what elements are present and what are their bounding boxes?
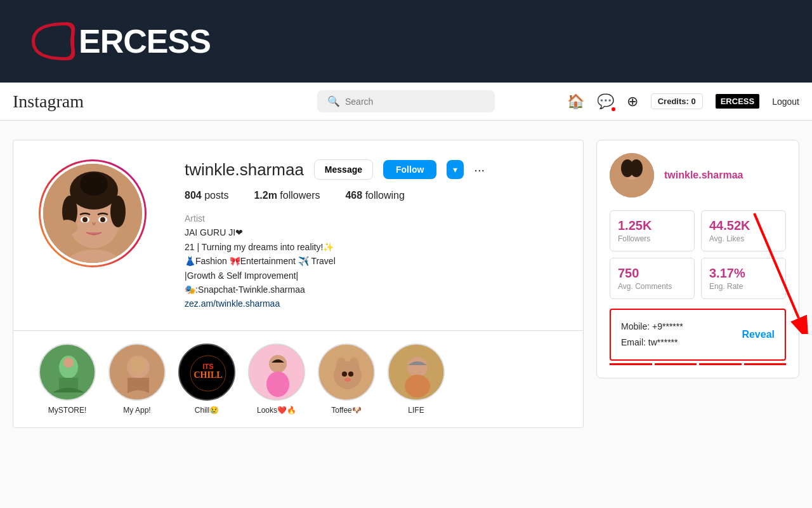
highlight-label-looks: Looks❤️🔥 (257, 406, 296, 415)
highlight-thumb-chill: CHILL ITS (178, 344, 235, 401)
brand-logo-icon (25, 16, 76, 67)
highlight-label-toffee: Toffee🐶 (331, 406, 361, 415)
svg-point-36 (407, 357, 428, 377)
analytics-avatar-svg (610, 153, 654, 197)
svg-point-12 (57, 220, 77, 235)
dash-3 (699, 363, 742, 365)
stat-followers: 1.25K Followers (610, 210, 695, 251)
avatar-svg (43, 164, 145, 265)
notification-dot (612, 107, 615, 111)
svg-point-7 (110, 196, 126, 227)
svg-point-31 (349, 358, 359, 373)
analytics-avatar (610, 153, 654, 197)
highlight-label-mystore: MySTORE! (48, 406, 86, 415)
followers-stat: 1.2m followers (254, 190, 320, 201)
dashed-border-bottom (610, 363, 786, 365)
email-value: tw****** (648, 337, 678, 347)
mobile-label: Mobile: (621, 321, 650, 331)
avg-likes-value: 44.52K (709, 218, 778, 233)
more-options-button[interactable]: ··· (474, 163, 485, 177)
profile-avatar-ring (39, 159, 147, 267)
nav-icons: 🏠 💬 ⊕ Credits: 0 ERCESS Logout (567, 93, 799, 110)
svg-point-20 (131, 356, 146, 374)
svg-point-27 (266, 371, 289, 397)
contact-reveal-box: Mobile: +9****** Email: tw****** Reveal (610, 309, 786, 361)
dash-4 (744, 363, 787, 365)
reveal-button[interactable]: Reveal (742, 329, 775, 340)
svg-point-16 (63, 358, 74, 368)
bio-line4: |Growth & Self Improvement| (185, 269, 558, 283)
highlight-thumb-myapp (108, 344, 166, 401)
svg-point-32 (342, 371, 347, 377)
search-icon: 🔍 (327, 95, 340, 107)
message-button[interactable]: Message (314, 159, 373, 180)
main-content: twinkle.sharmaa Message Follow ▾ ··· 804… (0, 121, 812, 447)
highlight-toffee[interactable]: Toffee🐶 (318, 344, 375, 415)
highlight-chill[interactable]: CHILL ITS Chill😢 (178, 344, 235, 415)
email-label: Email: (621, 337, 646, 347)
svg-point-33 (348, 371, 353, 377)
highlight-looks[interactable]: Looks❤️🔥 (248, 344, 305, 415)
eng-rate-value: 3.17% (709, 266, 778, 281)
highlight-thumb-mystore (39, 344, 96, 401)
brand-name: ERCESS (79, 22, 211, 60)
profile-header: twinkle.sharmaa Message Follow ▾ ··· 804… (13, 140, 583, 330)
search-input[interactable] (345, 97, 485, 107)
email-line: Email: tw****** (621, 335, 683, 351)
bio-link[interactable]: zez.am/twinkle.sharmaa (185, 297, 558, 311)
svg-point-30 (336, 358, 346, 373)
bio-line5: 🎭:Snapchat-Twinkle.sharmaa (185, 283, 558, 297)
profile-avatar-wrap (39, 159, 147, 267)
search-bar[interactable]: 🔍 (317, 90, 495, 112)
svg-point-10 (82, 217, 88, 222)
bio-line2: 21 | Turning my dreams into reality!✨ (185, 240, 558, 254)
username-row: twinkle.sharmaa Message Follow ▾ ··· (185, 159, 558, 180)
dash-2 (655, 363, 697, 365)
mobile-value: +9****** (652, 321, 683, 331)
follow-button[interactable]: Follow (383, 160, 436, 179)
home-icon[interactable]: 🏠 (567, 93, 584, 110)
highlight-mystore[interactable]: MySTORE! (39, 344, 96, 415)
bio-line1: JAI GURU JI❤ (185, 225, 558, 239)
instagram-navbar: Instagram 🔍 🏠 💬 ⊕ Credits: 0 ERCESS Logo… (0, 83, 812, 121)
logout-button[interactable]: Logout (772, 97, 799, 107)
follow-dropdown-button[interactable]: ▾ (447, 160, 464, 179)
credits-badge: Credits: 0 (651, 93, 703, 109)
messenger-icon[interactable]: 💬 (597, 93, 614, 110)
brand-header: ERCESS (0, 0, 812, 83)
brand-logo: ERCESS (25, 16, 211, 67)
analytics-stats-grid: 1.25K Followers 44.52K Avg. Likes 750 Av… (610, 210, 786, 299)
stat-avg-likes: 44.52K Avg. Likes (701, 210, 786, 251)
highlight-myapp[interactable]: My App! (108, 344, 166, 415)
svg-point-5 (80, 173, 108, 196)
eng-rate-label: Eng. Rate (709, 282, 778, 291)
profile-bio: Artist JAI GURU JI❤ 21 | Turning my drea… (185, 211, 558, 311)
new-post-icon[interactable]: ⊕ (627, 93, 638, 110)
profile-info: twinkle.sharmaa Message Follow ▾ ··· 804… (185, 159, 558, 311)
analytics-card: twinkle.sharmaa 1.25K Followers 44.52K A… (596, 140, 799, 378)
highlight-thumb-life (388, 344, 445, 401)
posts-stat: 804 posts (185, 190, 228, 201)
svg-point-34 (344, 378, 351, 382)
profile-section: twinkle.sharmaa Message Follow ▾ ··· 804… (13, 140, 584, 428)
story-highlights: MySTORE! My App! (13, 330, 583, 427)
analytics-username[interactable]: twinkle.sharmaa (664, 170, 743, 181)
highlight-label-myapp: My App! (123, 406, 150, 415)
svg-point-11 (100, 217, 105, 222)
instagram-logo: Instagram (13, 91, 84, 112)
highlight-thumb-toffee (318, 344, 375, 401)
profile-username: twinkle.sharmaa (185, 160, 304, 180)
followers-label: Followers (618, 234, 686, 243)
following-stat: 468 following (345, 190, 404, 201)
stat-eng-rate: 3.17% Eng. Rate (701, 258, 786, 299)
analytics-panel: twinkle.sharmaa 1.25K Followers 44.52K A… (596, 140, 799, 428)
bio-line3: 👗Fashion 🎀Entertainment ✈️ Travel (185, 254, 558, 268)
svg-point-37 (405, 375, 430, 398)
highlight-label-life: LIFE (408, 406, 424, 415)
highlight-life[interactable]: LIFE (388, 344, 445, 415)
contact-section: Mobile: +9****** Email: tw****** Reveal (610, 309, 786, 365)
followers-value: 1.25K (618, 218, 686, 233)
contact-info: Mobile: +9****** Email: tw****** (621, 319, 683, 351)
highlight-label-chill: Chill😢 (195, 406, 219, 415)
svg-text:CHILL: CHILL (193, 370, 222, 380)
